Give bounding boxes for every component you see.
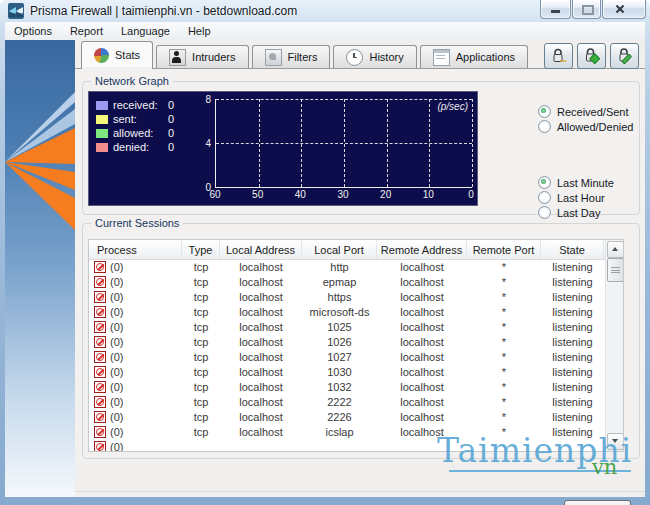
tab-stats[interactable]: Stats (81, 41, 153, 68)
cell-state: listening (541, 291, 604, 303)
graph-plot-area: (p/sec) (215, 99, 472, 188)
menu-item-options[interactable]: Options (5, 22, 61, 40)
session-row[interactable]: (0)tcplocalhost1025localhost*listening (89, 319, 606, 334)
vertical-scrollbar[interactable] (605, 240, 623, 451)
process-label: (0) (110, 381, 123, 393)
cell-remote_address: localhost (377, 306, 467, 318)
stats-icon (94, 48, 109, 63)
cell-local_port: 1030 (302, 366, 377, 378)
column-header-local-address[interactable]: Local Address (220, 240, 302, 259)
tab-applications[interactable]: Applications (420, 45, 528, 68)
minimize-icon[interactable] (540, 0, 571, 19)
cell-remote_address: localhost (377, 336, 467, 348)
x-tick: 10 (423, 189, 434, 200)
current-sessions-group: Current Sessions ProcessTypeLocal Addres… (82, 223, 640, 459)
process-blocked-icon (94, 366, 106, 378)
session-row[interactable]: (0)tcplocalhosthttplocalhost*listening (89, 259, 606, 274)
session-row[interactable]: (0)tcplocalhost1027localhost*listening (89, 349, 606, 364)
radio-last-day[interactable]: Last Day (538, 205, 614, 220)
column-header-remote-address[interactable]: Remote Address (377, 240, 467, 259)
scroll-down-icon[interactable] (607, 433, 624, 450)
tab-strip: StatsIntrudersFiltersHistoryApplications (81, 42, 531, 68)
process-label: (0) (110, 396, 123, 408)
session-row[interactable]: (0)tcplocalhosthttpslocalhost*listening (89, 289, 606, 304)
cell-local_address: localhost (220, 381, 302, 393)
session-row[interactable]: (0)tcplocalhost2226localhost*listening (89, 409, 606, 424)
intruders-icon (169, 49, 186, 66)
session-row[interactable]: (0)tcplocalhost1030localhost*listening (89, 364, 606, 379)
column-header-local-port[interactable]: Local Port (302, 240, 377, 259)
session-row[interactable]: (0)tcplocalhost1026localhost*listening (89, 334, 606, 349)
radio-last-minute[interactable]: Last Minute (538, 175, 614, 190)
cell-remote_address: localhost (377, 321, 467, 333)
menu-item-language[interactable]: Language (112, 22, 179, 40)
column-header-state[interactable]: State (541, 240, 604, 259)
process-blocked-icon (94, 336, 106, 348)
cell-local_port: 1026 (302, 336, 377, 348)
session-row[interactable]: (0)tcplocalhostepmaplocalhost*listening (89, 274, 606, 289)
gridline (259, 99, 260, 187)
gridline (344, 99, 345, 187)
cell-state: listening (541, 411, 604, 423)
lock-button[interactable] (544, 43, 573, 69)
radio-allowed-denied[interactable]: Allowed/Denied (538, 119, 633, 134)
gridline (472, 99, 473, 187)
cell-remote_port: * (467, 291, 541, 303)
close-icon[interactable] (602, 0, 646, 19)
cell-state: listening (541, 426, 604, 438)
x-tick: 30 (337, 189, 348, 200)
cell-process: (0) (89, 396, 182, 408)
session-row[interactable]: (0)tcplocalhostmicrosoft-dslocalhost*lis… (89, 304, 606, 319)
cell-local_address: localhost (220, 426, 302, 438)
cell-local_port: 1027 (302, 351, 377, 363)
session-row[interactable]: (0)tcplocalhost1032localhost*listening (89, 379, 606, 394)
session-row[interactable]: (0)tcplocalhosticslaplocalhost*listening (89, 424, 606, 439)
radio-option-label: Last Hour (557, 192, 605, 204)
session-row[interactable]: (0) (89, 439, 606, 451)
history-icon (346, 49, 363, 66)
maximize-icon[interactable] (572, 0, 601, 19)
radio-last-hour[interactable]: Last Hour (538, 190, 614, 205)
cell-remote_address: localhost (377, 426, 467, 438)
cell-local_port: epmap (302, 276, 377, 288)
cell-type: tcp (182, 366, 220, 378)
cell-local_address: localhost (220, 336, 302, 348)
cell-process: (0) (89, 276, 182, 288)
radio-option-label: Received/Sent (557, 106, 629, 118)
cell-remote_port: * (467, 426, 541, 438)
cell-local_port: 2226 (302, 411, 377, 423)
radio-received-sent[interactable]: Received/Sent (538, 104, 633, 119)
x-tick: 20 (380, 189, 391, 200)
cell-type: tcp (182, 291, 220, 303)
menu-item-help[interactable]: Help (179, 22, 220, 40)
lock-edit-button[interactable] (610, 43, 639, 69)
cell-remote_port: * (467, 276, 541, 288)
cell-type: tcp (182, 381, 220, 393)
tab-history[interactable]: History (333, 45, 416, 68)
column-header-process[interactable]: Process (89, 240, 182, 259)
window-frame: Prisma Firewall | taimienphi.vn - betdow… (0, 0, 650, 505)
x-tick: 50 (252, 189, 263, 200)
cell-remote_port: * (467, 261, 541, 273)
lock-edit-icon (616, 47, 633, 66)
menu-item-report[interactable]: Report (61, 22, 112, 40)
session-row[interactable]: (0)tcplocalhost2222localhost*listening (89, 394, 606, 409)
column-header-remote-port[interactable]: Remote Port (467, 240, 541, 259)
scrollbar-thumb[interactable] (607, 258, 624, 282)
cell-remote_port: * (467, 381, 541, 393)
tab-intruders[interactable]: Intruders (156, 45, 248, 68)
cell-local_port: 1032 (302, 381, 377, 393)
lock-allow-button[interactable] (577, 43, 606, 69)
lock-allow-icon (583, 47, 600, 66)
process-label: (0) (110, 426, 123, 438)
y-tick: 4 (191, 138, 211, 149)
minimize-button[interactable]: Minimize (564, 500, 631, 505)
process-label: (0) (110, 411, 123, 423)
cell-local_address: localhost (220, 411, 302, 423)
cell-remote_port: * (467, 351, 541, 363)
tab-filters[interactable]: Filters (252, 45, 331, 68)
cell-local_port: icslap (302, 426, 377, 438)
column-header-type[interactable]: Type (182, 240, 220, 259)
scroll-up-icon[interactable] (607, 241, 624, 258)
process-label: (0) (110, 321, 123, 333)
